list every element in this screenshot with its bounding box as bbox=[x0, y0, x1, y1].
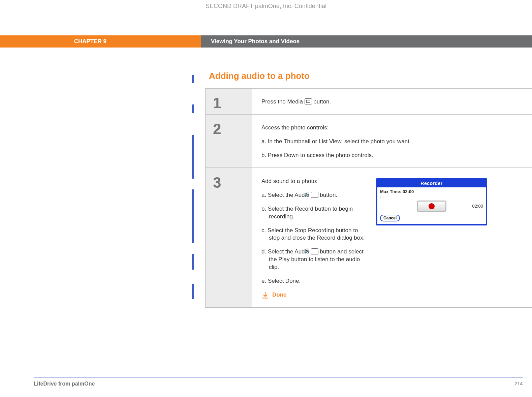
recorder-title: Recorder bbox=[377, 180, 486, 187]
step3-e: e. Select Done. bbox=[261, 277, 366, 285]
footer-product: LifeDrive from palmOne bbox=[34, 381, 95, 387]
steps-container: 1 Press the Media button. 2 Access the p… bbox=[205, 88, 532, 308]
chapter-bar: CHAPTER 9 Viewing Your Photos and Videos bbox=[0, 35, 532, 48]
record-dot-icon bbox=[429, 203, 435, 209]
step3-d: d. Select the Audio button and select th… bbox=[261, 248, 366, 271]
recorder-time: 02:00 bbox=[472, 203, 483, 209]
footer-page-number: 214 bbox=[515, 381, 523, 387]
confidential-watermark: SECOND DRAFT palmOne, Inc. Confidential bbox=[0, 3, 532, 10]
step2-intro: Access the photo controls: bbox=[261, 124, 523, 132]
audio-icon bbox=[311, 248, 318, 254]
step3-c: c. Select the Stop Recording button to s… bbox=[261, 227, 366, 242]
recorder-max-time: Max Time: 02:00 bbox=[380, 189, 483, 195]
done-indicator: Done bbox=[261, 291, 366, 299]
done-arrow-icon bbox=[261, 292, 269, 299]
media-icon bbox=[305, 98, 312, 104]
step-1: 1 Press the Media button. bbox=[206, 89, 532, 114]
step-body: Press the Media button. bbox=[252, 89, 532, 114]
step-number: 1 bbox=[206, 89, 252, 114]
step3-b: b. Select the Record button to begin rec… bbox=[261, 205, 366, 221]
chapter-number: CHAPTER 9 bbox=[0, 35, 201, 48]
recorder-progress-bar bbox=[380, 196, 483, 199]
step-body: Add sound to a photo: a. Select the Audi… bbox=[252, 168, 532, 307]
step-number: 3 bbox=[206, 168, 252, 307]
step-body: Access the photo controls: a. In the Thu… bbox=[252, 115, 532, 167]
content-area: Adding audio to a photo 1 Press the Medi… bbox=[192, 71, 532, 308]
recorder-dialog: Recorder Max Time: 02:00 bbox=[376, 178, 487, 226]
section-title: Adding audio to a photo bbox=[209, 71, 532, 81]
text: Press the Media bbox=[261, 98, 305, 105]
step-3: 3 Add sound to a photo: a. Select the Au… bbox=[206, 168, 532, 307]
audio-icon bbox=[311, 192, 318, 198]
page-footer: LifeDrive from palmOne 214 bbox=[34, 377, 523, 387]
recorder-cancel-button[interactable]: Cancel bbox=[380, 215, 400, 221]
record-button[interactable] bbox=[417, 201, 446, 212]
chapter-title: Viewing Your Photos and Videos bbox=[201, 35, 532, 48]
step-2: 2 Access the photo controls: a. In the T… bbox=[206, 115, 532, 167]
text: d. Select the Audio bbox=[261, 248, 311, 255]
step2-b: b. Press Down to access the photo contro… bbox=[261, 152, 523, 159]
text: button. bbox=[318, 192, 338, 198]
text: a. Select the Audio bbox=[261, 192, 311, 198]
step-number: 2 bbox=[206, 115, 252, 167]
step3-intro: Add sound to a photo: bbox=[261, 178, 366, 185]
step2-a: a. In the Thumbnail or List View, select… bbox=[261, 138, 523, 146]
step1-text: Press the Media button. bbox=[261, 98, 523, 106]
recorder-screenshot: Recorder Max Time: 02:00 bbox=[376, 178, 487, 299]
done-label: Done bbox=[272, 291, 287, 299]
step3-a: a. Select the Audio button. bbox=[261, 191, 366, 199]
text: button. bbox=[313, 98, 331, 105]
